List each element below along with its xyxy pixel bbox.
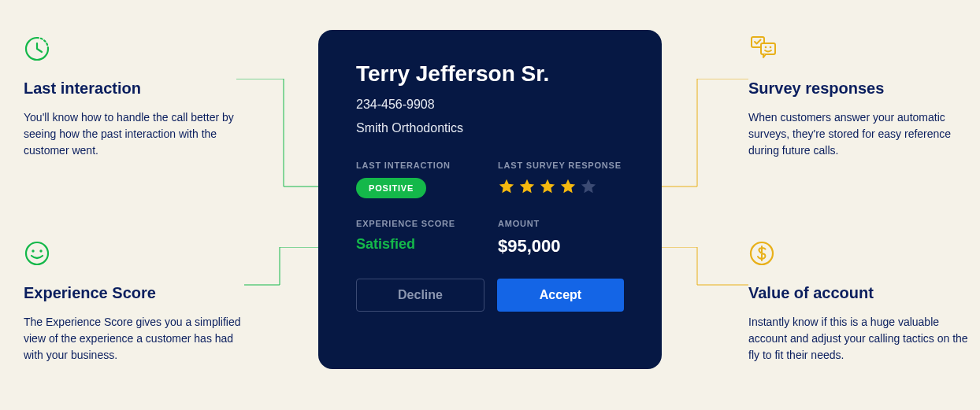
accept-button[interactable]: Accept (497, 279, 624, 312)
customer-name: Terry Jefferson Sr. (356, 61, 624, 87)
star-icon (539, 178, 556, 195)
feature-last-interaction: Last interaction You'll know how to hand… (24, 35, 252, 159)
svg-point-5 (765, 46, 767, 49)
label-last-interaction: LAST INTERACTION (356, 161, 482, 170)
interaction-badge: POSITIVE (356, 178, 426, 198)
feature-title: Survey responses (748, 79, 977, 98)
clock-icon (24, 35, 252, 65)
customer-phone: 234-456-9908 (356, 98, 624, 112)
card-grid: LAST INTERACTION POSITIVE LAST SURVEY RE… (356, 161, 624, 257)
label-amount: AMOUNT (498, 219, 624, 228)
feature-experience-score: Experience Score The Experience Score gi… (24, 240, 252, 364)
cell-amount: AMOUNT $95,000 (498, 219, 624, 257)
star-icon (580, 178, 597, 195)
feature-title: Experience Score (24, 284, 252, 302)
svg-point-6 (770, 46, 772, 49)
feature-body: When customers answer your automatic sur… (748, 109, 977, 159)
label-experience-score: EXPERIENCE SCORE (356, 219, 482, 228)
star-icon (559, 178, 577, 195)
experience-score-value: Satisfied (356, 236, 482, 253)
label-last-survey: LAST SURVEY RESPONSE (498, 161, 624, 170)
star-rating (498, 178, 624, 195)
star-icon (498, 178, 515, 195)
cell-experience-score: EXPERIENCE SCORE Satisfied (356, 219, 482, 257)
cell-last-interaction: LAST INTERACTION POSITIVE (356, 161, 482, 198)
chat-survey-icon (748, 35, 977, 65)
feature-title: Last interaction (24, 79, 252, 98)
star-icon (518, 178, 536, 195)
cell-last-survey: LAST SURVEY RESPONSE (498, 161, 624, 198)
customer-card: Terry Jefferson Sr. 234-456-9908 Smith O… (318, 30, 662, 369)
card-actions: Decline Accept (356, 279, 624, 312)
amount-value: $95,000 (498, 236, 624, 257)
feature-title: Value of account (748, 284, 977, 302)
svg-point-1 (32, 249, 34, 252)
feature-body: Instantly know if this is a huge valuabl… (748, 314, 977, 364)
dollar-icon (748, 240, 977, 270)
customer-company: Smith Orthodontics (356, 121, 624, 135)
feature-body: The Experience Score gives you a simplif… (24, 314, 252, 364)
smile-icon (24, 240, 252, 270)
decline-button[interactable]: Decline (356, 279, 484, 312)
svg-point-0 (26, 242, 48, 264)
svg-rect-4 (761, 43, 775, 54)
feature-survey-responses: Survey responses When customers answer y… (748, 35, 977, 159)
svg-point-2 (39, 249, 42, 252)
feature-value-account: Value of account Instantly know if this … (748, 240, 977, 364)
feature-body: You'll know how to handle the call bette… (24, 109, 252, 159)
